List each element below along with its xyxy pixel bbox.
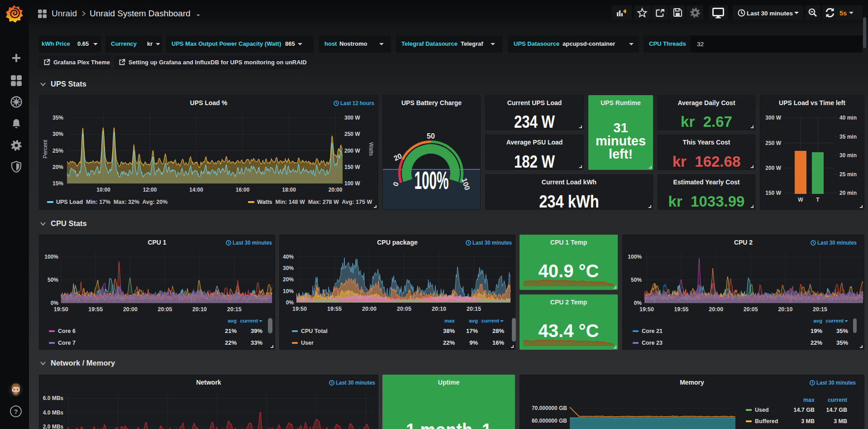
svg-text:?: ? — [14, 408, 18, 415]
svg-text:50: 50 — [427, 132, 435, 140]
